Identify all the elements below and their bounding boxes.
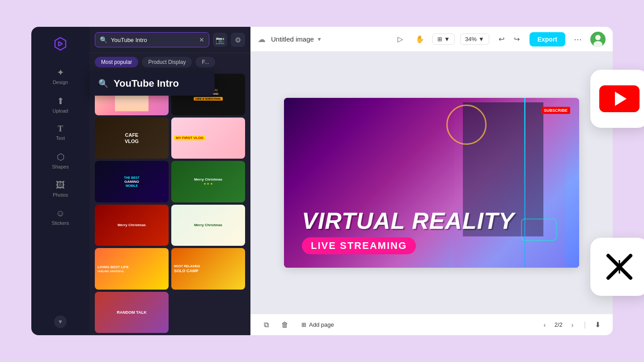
camera-icon: 📷 — [216, 36, 225, 44]
suggestion-search-icon: 🔍 — [98, 79, 108, 88]
template-card[interactable]: LIVING BEST LIFE FEELING GRATEFUL — [95, 248, 169, 290]
tab-most-popular[interactable]: Most popular — [95, 57, 138, 67]
template-card[interactable]: MY FIRST VLOG — [171, 118, 245, 159]
delete-page-btn[interactable]: 🗑 — [278, 318, 292, 332]
editor-bottombar: ⧉ 🗑 ⊞ Add page ‹ 2/2 › | ⬇ — [250, 314, 613, 335]
cloud-icon: ☁ — [258, 34, 266, 44]
sidebar-item-shapes-label: Shapes — [52, 164, 68, 169]
filter-btn[interactable]: ⚙ — [231, 33, 245, 47]
youtube-play-icon — [615, 92, 627, 106]
template-card[interactable]: THE BEST GAMING MOBILE — [95, 161, 169, 202]
templates-panel: 🔍 ✕ 📷 ⚙ 🔍 YouTube Intro Most popular Pro… — [89, 27, 250, 335]
document-title-wrapper: Untitled image ▼ — [271, 35, 322, 43]
template-tabs: Most popular Product Display F... — [89, 53, 250, 71]
canvas-card[interactable]: SUBSCRIBE VIRTUAL REALITY LIVE STREAMING — [284, 98, 579, 268]
duplicate-page-btn[interactable]: ⧉ — [259, 318, 273, 332]
user-avatar[interactable] — [590, 32, 606, 47]
sidebar-item-photos-label: Photos — [53, 192, 68, 198]
sidebar-item-text[interactable]: T Text — [31, 120, 89, 145]
floating-capcut-logo — [590, 238, 644, 296]
sidebar-item-shapes[interactable]: ⬡ Shapes — [31, 147, 89, 174]
layout-chevron-icon: ▼ — [444, 36, 450, 42]
download-btn[interactable]: ⬇ — [591, 319, 604, 331]
hand-tool-btn[interactable]: ✋ — [413, 32, 427, 46]
canvas-subtitle: LIVE STREAMING — [302, 237, 416, 254]
editor-topbar: ☁ Untitled image ▼ ▷ ✋ ⊞ ▼ 34% ▼ ↩ ↪ Exp… — [250, 27, 613, 52]
editor-canvas-area: SUBSCRIBE VIRTUAL REALITY LIVE STREAMING — [250, 52, 613, 314]
export-button[interactable]: Export — [530, 32, 565, 46]
template-card[interactable]: Merry Christmas — [95, 205, 169, 246]
zoom-chevron-icon: ▼ — [479, 36, 484, 42]
layout-selector[interactable]: ⊞ ▼ — [432, 34, 455, 45]
canvas-main-title: VIRTUAL REALITY — [302, 208, 561, 234]
filter-icon: ⚙ — [235, 36, 241, 44]
sidebar-item-text-label: Text — [56, 135, 65, 141]
editor-area: ☁ Untitled image ▼ ▷ ✋ ⊞ ▼ 34% ▼ ↩ ↪ Exp… — [250, 27, 613, 335]
redo-btn[interactable]: ↪ — [510, 32, 524, 46]
sidebar-item-photos[interactable]: 🖼 Photos — [31, 176, 89, 202]
design-icon: ✦ — [57, 67, 64, 78]
upload-icon: ⬆ — [57, 96, 64, 106]
floating-youtube-logo — [590, 70, 644, 128]
layout-icon: ⊞ — [437, 36, 442, 42]
add-page-icon: ⊞ — [301, 321, 306, 328]
title-chevron-icon[interactable]: ▼ — [317, 36, 322, 42]
document-title: Untitled image — [271, 35, 314, 43]
zoom-selector[interactable]: 34% ▼ — [460, 34, 489, 45]
shapes-icon: ⬡ — [57, 152, 64, 162]
zoom-value: 34% — [465, 36, 477, 42]
template-card[interactable]: Merry Christmas ✦ ✦ ✦ — [171, 161, 245, 202]
app-logo[interactable] — [51, 34, 70, 54]
subscribe-badge: SUBSCRIBE — [541, 107, 570, 114]
template-card[interactable]: MOST RELAXING SOLO CAMP — [171, 248, 245, 290]
add-page-btn[interactable]: ⊞ Add page — [297, 320, 339, 330]
sidebar-item-upload[interactable]: ⬆ Upload — [31, 91, 89, 118]
search-bar: 🔍 ✕ 📷 ⚙ — [89, 27, 250, 53]
stickers-icon: ☺ — [56, 208, 65, 219]
undo-btn[interactable]: ↩ — [495, 32, 509, 46]
add-page-label: Add page — [309, 321, 334, 328]
tab-more[interactable]: F... — [195, 57, 215, 67]
sidebar-item-stickers[interactable]: ☺ Stickers — [31, 204, 89, 230]
photos-icon: 🖼 — [56, 180, 65, 190]
text-icon: T — [58, 124, 63, 134]
sidebar-collapse-btn[interactable]: ▼ — [54, 316, 67, 328]
canvas-content: SUBSCRIBE VIRTUAL REALITY LIVE STREAMING — [284, 98, 579, 268]
sidebar: ✦ Design ⬆ Upload T Text ⬡ Shapes 🖼 Phot… — [31, 27, 89, 335]
sidebar-item-upload-label: Upload — [53, 108, 68, 114]
youtube-logo — [599, 85, 640, 112]
search-icon: 🔍 — [100, 36, 107, 43]
sidebar-item-design[interactable]: ✦ Design — [31, 63, 89, 89]
template-card[interactable]: Merry Christmas — [171, 205, 245, 246]
prev-page-btn[interactable]: ‹ — [538, 319, 551, 331]
suggestion-text: YouTube Intro — [114, 78, 179, 89]
search-input-wrapper: 🔍 ✕ — [95, 32, 209, 47]
sidebar-item-design-label: Design — [53, 80, 68, 85]
next-page-btn[interactable]: › — [566, 319, 579, 331]
cursor-tool-btn[interactable]: ▷ — [393, 32, 407, 46]
page-navigation: ‹ 2/2 › | ⬇ — [538, 319, 604, 331]
tab-product-display[interactable]: Product Display — [142, 57, 192, 67]
search-suggestion-dropdown[interactable]: 🔍 YouTube Intro — [89, 72, 215, 96]
page-indicator: 2/2 — [555, 321, 563, 328]
svg-point-1 — [595, 35, 601, 40]
image-search-btn[interactable]: 📷 — [213, 33, 227, 47]
search-input[interactable] — [111, 37, 195, 43]
template-card[interactable]: RANDOM TALK — [95, 292, 169, 333]
more-options-btn[interactable]: ⋯ — [571, 32, 585, 46]
clear-search-icon[interactable]: ✕ — [199, 36, 204, 43]
undo-redo-group: ↩ ↪ — [495, 32, 524, 46]
sidebar-item-stickers-label: Stickers — [51, 220, 69, 226]
templates-grid: THANK YOU FOR WATCHING LIKE & SUBSCRIBE … — [89, 71, 250, 335]
template-card[interactable]: CAFE VLOG — [95, 118, 169, 159]
